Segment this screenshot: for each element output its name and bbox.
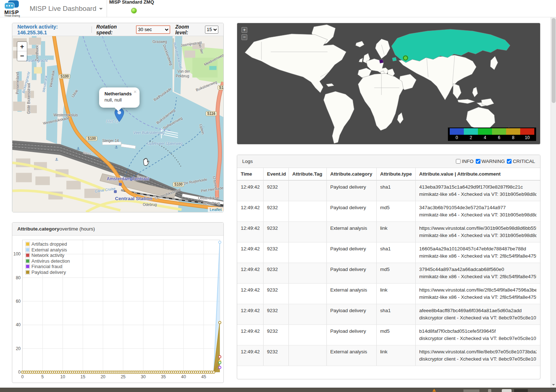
close-icon[interactable]: ×	[133, 89, 137, 95]
zmq-status-dot	[131, 8, 137, 13]
map-popup: Netherlands null, null ×	[99, 87, 140, 108]
log-time: 12:49:42	[237, 325, 263, 345]
logs-table-header-row: TimeEvent.idAttribute.TagAttribute.categ…	[237, 168, 540, 180]
log-type: link	[376, 284, 415, 304]
network-activity-title[interactable]: Network activity: 146.255.36.1	[17, 24, 87, 35]
header-divider	[91, 26, 92, 33]
country-highlight-small	[392, 57, 397, 61]
event-marker	[403, 56, 408, 60]
zoom-in-button[interactable]: +	[241, 27, 247, 33]
log-value-comment: 413eba3973a15c1a6429d9f170f3e8287f98c21c…	[415, 180, 540, 201]
log-event-id: 9232	[263, 284, 288, 304]
misp-logo[interactable]: MISP Threat Sharing	[4, 0, 26, 17]
world-map	[237, 23, 540, 144]
logs-table: TimeEvent.idAttribute.TagAttribute.categ…	[237, 168, 540, 366]
taskbar-warning-icon[interactable]	[432, 389, 436, 392]
page-scrollbar[interactable]	[551, 17, 556, 388]
log-value-comment: b14d8faf7f0cbcfad051cefe5f39645fdiskcryp…	[415, 325, 540, 345]
zoom-out-button[interactable]: −	[241, 34, 247, 40]
map-zoom-control: + −	[17, 41, 27, 61]
log-type: sha1	[376, 242, 415, 263]
log-type: sha1	[376, 304, 415, 325]
log-time: 12:49:42	[237, 180, 263, 201]
taskbar-item[interactable]	[463, 389, 479, 392]
taskbar-item[interactable]	[502, 389, 512, 392]
svg-text:40: 40	[16, 322, 21, 327]
filter-warning[interactable]: WARNING	[476, 159, 505, 164]
dashboard-menu[interactable]: MISP Live Dashboard	[30, 0, 103, 17]
world-map-panel[interactable]: + − 0246810	[237, 23, 540, 145]
colorbar-segment	[520, 128, 534, 135]
filter-critical[interactable]: CRITICAL	[507, 159, 535, 164]
legend-label: Payload delivery	[31, 270, 66, 275]
legend-label: Artifacts dropped	[31, 241, 67, 247]
log-row: 12:49:429232Payload deliverysha1413eba39…	[237, 180, 540, 201]
warning-checkbox[interactable]	[476, 159, 480, 164]
scrollbar-down-button[interactable]	[551, 382, 556, 388]
log-event-id: 9232	[263, 345, 288, 366]
popup-body: null, null	[104, 97, 140, 103]
log-type: link	[376, 222, 415, 242]
log-tag	[288, 180, 326, 201]
log-tag	[288, 304, 326, 325]
svg-text:25: 25	[121, 374, 126, 379]
svg-text:0: 0	[18, 370, 21, 375]
leaflet-attribution-link[interactable]: Leaflet	[208, 207, 223, 212]
log-value-comment: afeee8b4acff87bc469a6f0364a81ae5d60a2add…	[415, 304, 540, 325]
logs-panel: Logs INFO WARNING CRITICAL TimeEvent.idA…	[237, 155, 540, 379]
chart-legend: Artifacts droppedExternal analysisNetwor…	[25, 241, 70, 275]
chart-title-bold: Attribute.category	[17, 226, 59, 232]
legend-item: Payload delivery	[25, 270, 70, 275]
taskbar-item[interactable]	[488, 389, 491, 392]
log-tag	[288, 222, 326, 242]
category-chart-panel: Attribute.category overtime (hours) 0204…	[12, 222, 224, 383]
log-type: md5	[376, 263, 415, 284]
log-tag	[288, 345, 326, 366]
svg-text:⚓: ⚓	[55, 157, 59, 162]
column-header: Attribute.value | Attribute.comment	[415, 168, 540, 180]
log-row: 12:49:429232Payload deliverymd537945c44a…	[237, 263, 540, 284]
log-time: 12:49:42	[237, 222, 263, 242]
log-type: link	[376, 345, 415, 366]
svg-text:⚓: ⚓	[76, 146, 80, 151]
log-tag	[288, 201, 326, 222]
colorbar-gradient	[450, 128, 534, 135]
legend-item: Antivirus detection	[25, 258, 70, 264]
log-category: External analysis	[326, 222, 376, 242]
column-header: Time	[237, 168, 263, 180]
zoom-out-button[interactable]: −	[17, 51, 27, 61]
log-time: 12:49:42	[237, 201, 263, 222]
svg-text:5: 5	[41, 374, 44, 379]
svg-text:35: 35	[161, 374, 166, 379]
svg-text:0: 0	[21, 374, 24, 379]
scrollbar-thumb[interactable]	[552, 18, 556, 103]
rotation-speed-select[interactable]: 30 sec	[136, 25, 170, 34]
legend-item: Network activity	[25, 253, 70, 258]
attribute-category-chart: 020406080100051015202530354045 Artifacts…	[13, 236, 223, 383]
svg-text:60: 60	[16, 299, 21, 304]
log-tag	[288, 284, 326, 304]
taskbar-item[interactable]	[514, 389, 528, 392]
log-tag	[288, 263, 326, 284]
colorbar-tick: 0	[450, 135, 464, 140]
zoom-level-label: Zoom level:	[175, 24, 203, 35]
taskbar	[0, 388, 556, 392]
svg-text:45: 45	[201, 374, 206, 379]
legend-swatch	[25, 270, 30, 275]
log-time: 12:49:42	[237, 284, 263, 304]
log-value-comment: https://www.virustotal.com/file/2f8c54f9…	[415, 284, 540, 304]
critical-checkbox[interactable]	[507, 159, 512, 164]
log-row: 12:49:429232Payload deliverysha1afeee8b4…	[237, 304, 540, 325]
zoom-level-select[interactable]: 15	[205, 26, 218, 34]
map-tiles: ⚓⚓⚓	[12, 36, 223, 212]
log-row: 12:49:429232External analysislinkhttps:/…	[237, 345, 540, 366]
world-map-zoom-control: + −	[241, 27, 247, 42]
leaflet-map[interactable]: ⚓⚓⚓ + − RealengrachtPrinseneilandBickers…	[12, 36, 223, 212]
legend-swatch	[25, 253, 30, 258]
log-type: sha1	[376, 180, 415, 201]
info-checkbox[interactable]	[456, 159, 461, 164]
zoom-in-button[interactable]: +	[17, 42, 27, 51]
filter-info[interactable]: INFO	[456, 159, 473, 164]
log-value-comment: 347ac3b6b791054de3e5720a7144a977mimikatz…	[415, 201, 540, 222]
log-category: Payload delivery	[326, 263, 376, 284]
